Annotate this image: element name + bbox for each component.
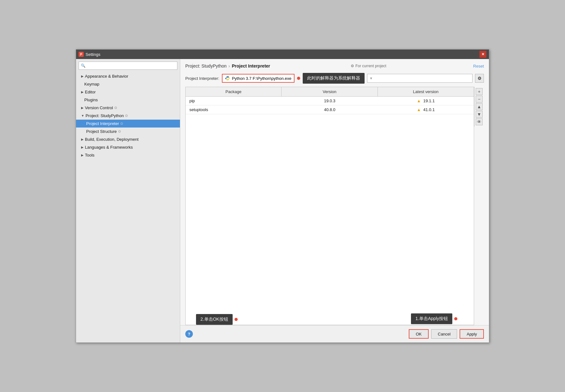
ok-tooltip: 2.单击OK按钮: [196, 314, 233, 325]
svg-point-0: [227, 76, 227, 77]
cell-version-setuptools: 40.8.0: [282, 105, 378, 114]
sidebar-item-languages[interactable]: ▶ Languages & Frameworks: [76, 143, 180, 151]
cell-package-pip: pip: [186, 97, 282, 105]
sidebar-item-editor[interactable]: ▶ Editor: [76, 88, 180, 96]
sidebar-item-label: Build, Execution, Deployment: [85, 137, 139, 142]
arrow-icon: ▶: [81, 90, 84, 94]
content-area: ▶ Appearance & Behavior Keymap ▶ Editor …: [76, 59, 489, 342]
sidebar-item-version-control[interactable]: ▶ Version Control ⊙: [76, 104, 180, 112]
table-row[interactable]: pip 19.0.3 ▲ 19.1.1: [186, 97, 474, 105]
upgrade-arrow-icon: ▲: [417, 98, 421, 103]
latest-version-pip: 19.1.1: [423, 98, 435, 103]
interpreter-row: Project Interpreter:: [180, 71, 489, 87]
sidebar-item-label: Version Control: [85, 105, 113, 110]
cancel-button[interactable]: Cancel: [431, 329, 457, 339]
sidebar-item-tools[interactable]: ▶ Tools: [76, 151, 180, 159]
for-current-label: ⚙ For current project: [351, 64, 386, 68]
interpreter-dropdown[interactable]: Python 3.7 F:\Python\python.exe: [222, 74, 295, 83]
structure-icon: ⊙: [118, 129, 121, 134]
ok-button[interactable]: OK: [409, 329, 429, 339]
svg-point-1: [228, 80, 229, 80]
cell-version-pip: 19.0.3: [282, 97, 378, 105]
sidebar-item-label: Project Interpreter: [86, 121, 119, 126]
col-version: Version: [282, 87, 378, 96]
sidebar-item-appearance[interactable]: ▶ Appearance & Behavior: [76, 72, 180, 80]
for-current-text: For current project: [355, 64, 386, 68]
table-row[interactable]: setuptools 40.8.0 ▲ 41.0.1: [186, 105, 474, 114]
breadcrumb-current: Project Interpreter: [232, 63, 270, 68]
system-interpreter-tooltip: 此时的解释器为系统解释器: [303, 73, 365, 84]
apply-button[interactable]: Apply: [460, 329, 484, 339]
sidebar-item-keymap[interactable]: Keymap: [76, 80, 180, 88]
ok-tooltip-area: 2.单击OK按钮: [196, 314, 238, 325]
package-table: Package Version Latest version pip 19.0.…: [185, 87, 474, 325]
table-header: Package Version Latest version: [186, 87, 474, 97]
gear-button[interactable]: ⚙: [475, 74, 484, 83]
sidebar-item-label: Project: StudyPython: [86, 113, 124, 118]
main-header: Project: StudyPython › Project Interpret…: [180, 59, 489, 71]
settings-window: P Settings ✕ ▶ Appearance & Behavior Key…: [76, 49, 489, 343]
arrow-icon: ▶: [81, 153, 84, 157]
breadcrumb-separator: ›: [229, 63, 230, 68]
sidebar-item-project-interpreter[interactable]: Project Interpreter ⊙: [76, 120, 180, 128]
apply-tooltip-dot: [454, 317, 457, 320]
arrow-icon: ▶: [81, 74, 84, 78]
cell-package-setuptools: setuptools: [186, 105, 282, 114]
apply-tooltip: 1.单击Apply按钮: [411, 313, 452, 324]
project-icon: ⊙: [125, 114, 128, 118]
sidebar-item-label: Languages & Frameworks: [85, 145, 133, 150]
help-button[interactable]: ?: [185, 330, 193, 338]
sidebar: ▶ Appearance & Behavior Keymap ▶ Editor …: [76, 59, 180, 342]
interpreter-icon: ⊙: [120, 122, 123, 126]
col-package: Package: [186, 87, 282, 96]
interpreter-label: Project Interpreter:: [185, 76, 219, 81]
interpreter-value: Python 3.7 F:\Python\python.exe: [232, 76, 292, 81]
bottom-bar: ? 1.单击Apply按钮 2.单击OK按钮 OK Cancel Apply: [180, 325, 489, 342]
apply-tooltip-area: 1.单击Apply按钮: [411, 313, 457, 324]
cell-latest-pip: ▲ 19.1.1: [378, 97, 474, 105]
upgrade-arrow-icon: ▲: [417, 107, 421, 112]
sidebar-item-project-structure[interactable]: Project Structure ⊙: [76, 128, 180, 135]
latest-version-setuptools: 41.0.1: [423, 107, 435, 112]
table-side-buttons: + − ▲ ▼ 👁: [474, 87, 484, 127]
red-dot-indicator: [297, 77, 300, 80]
sidebar-item-label: Appearance & Behavior: [85, 74, 128, 79]
sidebar-item-label: Editor: [85, 90, 96, 94]
main-content: Project: StudyPython › Project Interpret…: [180, 59, 489, 342]
app-icon: P: [79, 52, 84, 57]
title-bar: P Settings ✕: [76, 50, 489, 59]
interpreter-dropdown-2[interactable]: ▼: [367, 74, 473, 83]
eye-button[interactable]: 👁: [476, 118, 483, 125]
move-down-button[interactable]: ▼: [476, 111, 483, 118]
remove-package-button[interactable]: −: [476, 96, 483, 103]
search-box: [76, 59, 180, 72]
search-input[interactable]: [79, 62, 177, 70]
col-latest: Latest version: [378, 87, 474, 96]
repo-icon: ⊙: [114, 106, 117, 110]
breadcrumb-parent: Project: StudyPython: [185, 63, 227, 68]
ok-tooltip-dot: [235, 318, 238, 321]
package-table-area: Package Version Latest version pip 19.0.…: [180, 87, 489, 325]
cell-latest-setuptools: ▲ 41.0.1: [378, 105, 474, 114]
breadcrumb: Project: StudyPython › Project Interpret…: [185, 63, 270, 68]
arrow-icon: ▶: [81, 138, 84, 141]
sidebar-item-label: Tools: [85, 153, 94, 157]
window-title: Settings: [86, 52, 479, 57]
move-up-button[interactable]: ▲: [476, 103, 483, 110]
sidebar-item-project[interactable]: ▼ Project: StudyPython ⊙: [76, 112, 180, 120]
sidebar-item-build[interactable]: ▶ Build, Execution, Deployment: [76, 135, 180, 143]
python-logo-icon: [225, 76, 230, 81]
arrow-icon: ▶: [81, 146, 84, 149]
arrow-open-icon: ▼: [81, 114, 84, 117]
sidebar-item-label: Plugins: [84, 98, 98, 102]
arrow-icon: ▶: [81, 106, 84, 110]
add-package-button[interactable]: +: [476, 88, 483, 95]
close-button[interactable]: ✕: [479, 51, 486, 58]
sidebar-item-label: Keymap: [84, 82, 99, 86]
dropdown-chevron: ▼: [369, 76, 373, 80]
sidebar-item-plugins[interactable]: Plugins: [76, 96, 180, 104]
reset-link[interactable]: Reset: [473, 64, 484, 68]
sidebar-item-label: Project Structure: [86, 129, 117, 134]
